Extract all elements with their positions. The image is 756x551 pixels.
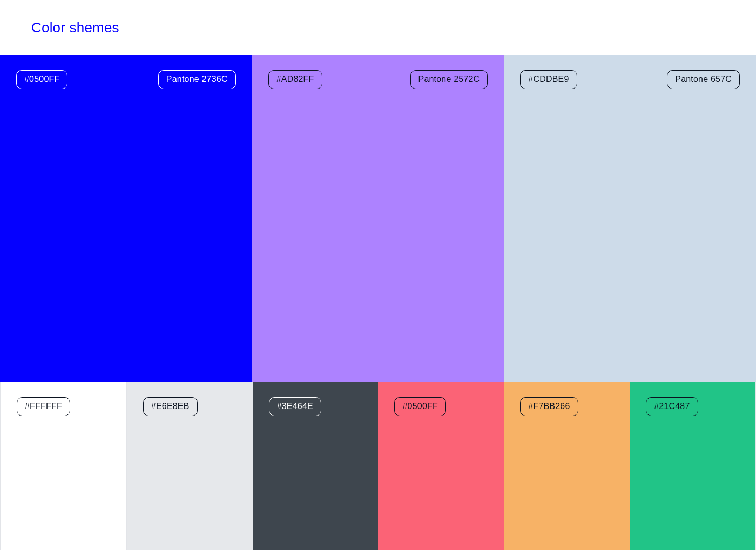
primary-swatch-2: #AD82FF Pantone 2572C <box>252 55 504 382</box>
pantone-badge: Pantone 2572C <box>410 70 488 89</box>
hex-badge: #AD82FF <box>268 70 322 89</box>
color-scheme-page: Color shemes #0500FF Pantone 2736C #AD82… <box>0 0 756 551</box>
hex-badge: #CDDBE9 <box>520 70 577 89</box>
hex-badge: #3E464E <box>269 397 321 416</box>
secondary-color-row: #FFFFFF #E6E8EB #3E464E #0500FF #F7BB266… <box>0 382 756 550</box>
hex-badge: #0500FF <box>394 397 446 416</box>
hex-badge: #FFFFFF <box>17 397 70 416</box>
secondary-swatch-6: #21C487 <box>630 382 755 550</box>
hex-badge: #E6E8EB <box>143 397 198 416</box>
hex-badge: #F7BB266 <box>520 397 578 416</box>
page-title: Color shemes <box>31 19 119 36</box>
secondary-swatch-4: #0500FF <box>378 382 504 550</box>
primary-color-row: #0500FF Pantone 2736C #AD82FF Pantone 25… <box>0 55 756 382</box>
hex-badge: #0500FF <box>16 70 68 89</box>
primary-swatch-1: #0500FF Pantone 2736C <box>0 55 252 382</box>
pantone-badge: Pantone 2736C <box>158 70 236 89</box>
page-header: Color shemes <box>0 0 756 55</box>
hex-badge: #21C487 <box>646 397 698 416</box>
secondary-swatch-2: #E6E8EB <box>127 382 253 550</box>
primary-swatch-3: #CDDBE9 Pantone 657C <box>504 55 756 382</box>
secondary-swatch-5: #F7BB266 <box>504 382 630 550</box>
secondary-swatch-1: #FFFFFF <box>1 382 127 550</box>
pantone-badge: Pantone 657C <box>667 70 740 89</box>
secondary-swatch-3: #3E464E <box>253 382 379 550</box>
